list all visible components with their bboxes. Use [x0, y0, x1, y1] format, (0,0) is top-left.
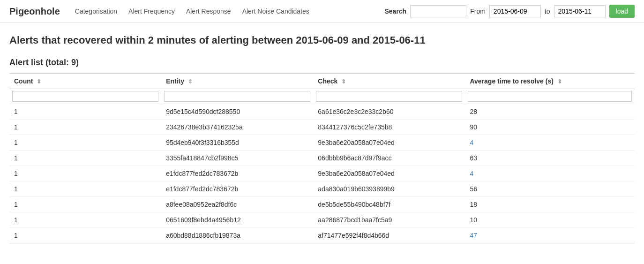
cell-entity: e1fdc877fed2dc783672b [161, 181, 313, 197]
filter-avg-time-input[interactable] [468, 91, 632, 102]
col-entity[interactable]: Entity ⇕ [161, 74, 313, 89]
cell-entity: 0651609f8ebd4a4956b12 [161, 212, 313, 228]
cell-entity: a60bd88d1886cfb19873a [161, 228, 313, 243]
search-label: Search [384, 8, 406, 15]
table-row: 1a60bd88d1886cfb19873aaf71477e592f4f8d4b… [9, 228, 635, 243]
cell-entity: a8fee08a0952ea2f8df6c [161, 197, 313, 212]
cell-entity: 95d4eb940f3f3316b355d [161, 135, 313, 151]
table-row: 10651609f8ebd4a4956b12aa286877bcd1baa7fc… [9, 212, 635, 228]
filter-row [9, 89, 635, 104]
from-date-input[interactable] [489, 5, 541, 17]
cell-count: 1 [9, 120, 161, 135]
to-label: to [545, 8, 550, 15]
table-row: 1e1fdc877fed2dc783672bada830a019b6039389… [9, 181, 635, 197]
col-check[interactable]: Check ⇕ [313, 74, 465, 89]
nav: Categorisation Alert Frequency Alert Res… [75, 8, 374, 15]
section-title: Alert list (total: 9) [9, 58, 635, 68]
cell-avg-time: 63 [465, 151, 635, 166]
filter-check-input[interactable] [316, 91, 462, 102]
table-row: 123426738e3b374162325a8344127376c5c2fe73… [9, 120, 635, 135]
cell-avg-time[interactable]: 4 [465, 135, 635, 151]
cell-count: 1 [9, 197, 161, 212]
table-row: 195d4eb940f3f3316b355d9e3ba6e20a058a07e0… [9, 135, 635, 151]
cell-avg-time[interactable]: 47 [465, 228, 635, 243]
cell-check: aa286877bcd1baa7fc5a9 [313, 212, 465, 228]
cell-avg-time: 28 [465, 104, 635, 120]
cell-entity: 9d5e15c4d590dcf288550 [161, 104, 313, 120]
sort-avg-time-icon: ⇕ [557, 78, 562, 85]
header: Pigeonhole Categorisation Alert Frequenc… [0, 0, 644, 23]
main-content: Alerts that recovered within 2 minutes o… [0, 23, 644, 255]
sort-check-icon: ⇕ [341, 78, 346, 85]
cell-check: af71477e592f4f8d4b66d [313, 228, 465, 243]
to-date-input[interactable] [554, 5, 606, 17]
cell-count: 1 [9, 181, 161, 197]
table-header-row: Count ⇕ Entity ⇕ Check ⇕ Average time to… [9, 74, 635, 89]
col-avg-time[interactable]: Average time to resolve (s) ⇕ [465, 74, 635, 89]
cell-entity: 3355fa418847cb2f998c5 [161, 151, 313, 166]
cell-count: 1 [9, 166, 161, 181]
search-input[interactable] [410, 5, 466, 17]
filter-count-input[interactable] [12, 91, 158, 102]
load-button[interactable]: load [609, 5, 635, 18]
nav-categorisation[interactable]: Categorisation [75, 8, 117, 15]
cell-check: de5b5de55b490bc48bf7f [313, 197, 465, 212]
cell-check: 6a61e36c2e3c2e33c2b60 [313, 104, 465, 120]
table-row: 19d5e15c4d590dcf2885506a61e36c2e3c2e33c2… [9, 104, 635, 120]
cell-count: 1 [9, 228, 161, 243]
nav-alert-noise-candidates[interactable]: Alert Noise Candidates [242, 8, 309, 15]
table-row: 13355fa418847cb2f998c506dbbb9b6ac87d97f9… [9, 151, 635, 166]
nav-alert-response[interactable]: Alert Response [186, 8, 231, 15]
cell-entity: e1fdc877fed2dc783672b [161, 166, 313, 181]
cell-check: 9e3ba6e20a058a07e04ed [313, 135, 465, 151]
page-title: Alerts that recovered within 2 minutes o… [9, 34, 635, 46]
cell-check: 06dbbb9b6ac87d97f9acc [313, 151, 465, 166]
cell-count: 1 [9, 151, 161, 166]
table-row: 1e1fdc877fed2dc783672b9e3ba6e20a058a07e0… [9, 166, 635, 181]
cell-check: ada830a019b60393899b9 [313, 181, 465, 197]
table-row: 1a8fee08a0952ea2f8df6cde5b5de55b490bc48b… [9, 197, 635, 212]
cell-count: 1 [9, 135, 161, 151]
cell-count: 1 [9, 212, 161, 228]
header-controls: Search From to load [384, 5, 635, 18]
cell-entity: 23426738e3b374162325a [161, 120, 313, 135]
cell-avg-time: 18 [465, 197, 635, 212]
cell-avg-time: 56 [465, 181, 635, 197]
cell-count: 1 [9, 104, 161, 120]
logo: Pigeonhole [9, 6, 60, 17]
cell-avg-time[interactable]: 4 [465, 166, 635, 181]
alert-table: Count ⇕ Entity ⇕ Check ⇕ Average time to… [9, 73, 635, 243]
nav-alert-frequency[interactable]: Alert Frequency [128, 8, 175, 15]
cell-avg-time: 10 [465, 212, 635, 228]
cell-check: 9e3ba6e20a058a07e04ed [313, 166, 465, 181]
from-label: From [470, 8, 486, 15]
col-count[interactable]: Count ⇕ [9, 74, 161, 89]
cell-avg-time: 90 [465, 120, 635, 135]
filter-entity-input[interactable] [164, 91, 310, 102]
sort-count-icon: ⇕ [37, 78, 41, 85]
cell-check: 8344127376c5c2fe735b8 [313, 120, 465, 135]
sort-entity-icon: ⇕ [188, 78, 193, 85]
